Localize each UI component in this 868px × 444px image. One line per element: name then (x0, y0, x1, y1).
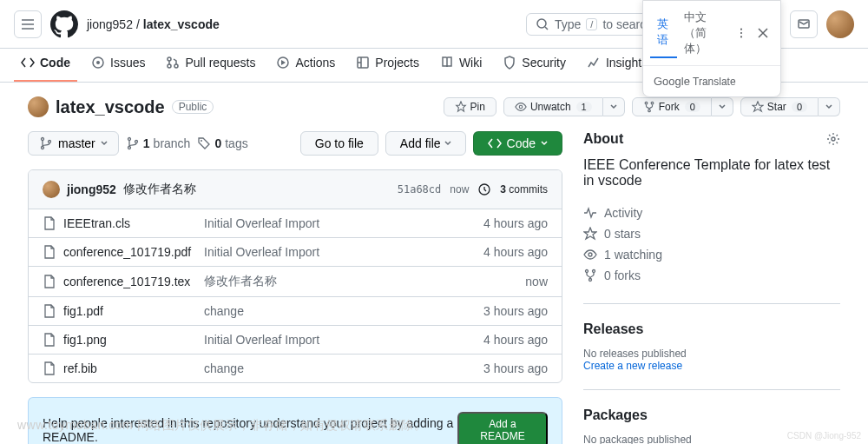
svg-point-3 (537, 19, 546, 28)
file-row[interactable]: fig1.pngInitial Overleaf Import4 hours a… (29, 326, 562, 355)
stars-link[interactable]: 0 stars (583, 223, 840, 244)
fork-button[interactable]: Fork0 (632, 97, 712, 116)
svg-point-26 (135, 141, 137, 143)
file-commit-msg[interactable]: Initial Overleaf Import (204, 333, 483, 347)
tab-security[interactable]: Security (496, 49, 573, 82)
file-name[interactable]: fig1.pdf (56, 304, 204, 318)
about-title: About (583, 131, 623, 147)
about-description: IEEE Conference Template for latex test … (583, 157, 840, 189)
branch-select[interactable]: master (28, 131, 119, 156)
unwatch-button[interactable]: Unwatch1 (503, 97, 603, 116)
svg-point-33 (593, 270, 595, 273)
owner-link[interactable]: jiong952 (87, 17, 133, 31)
file-commit-msg[interactable]: change (204, 361, 483, 375)
svg-point-19 (645, 102, 648, 104)
file-row[interactable]: conference_101719.tex修改作者名称now (29, 267, 562, 297)
repo-link[interactable]: latex_vscode (143, 17, 220, 31)
star-button[interactable]: Star0 (740, 97, 819, 116)
watching-link[interactable]: 1 watching (583, 244, 840, 265)
commit-avatar (43, 181, 60, 198)
file-row[interactable]: IEEEtran.clsInitial Overleaf Import4 hou… (29, 209, 562, 238)
tab-issues[interactable]: Issues (84, 49, 152, 82)
activity-link[interactable]: Activity (583, 202, 840, 223)
svg-point-32 (586, 270, 589, 273)
svg-point-20 (651, 102, 654, 104)
unwatch-caret[interactable] (603, 97, 625, 116)
file-name[interactable]: conference_101719.tex (56, 275, 204, 288)
file-time: 4 hours ago (483, 333, 548, 347)
add-readme-button[interactable]: Add a README (457, 412, 548, 444)
tab-actions[interactable]: Actions (269, 49, 342, 82)
star-caret[interactable] (819, 97, 840, 116)
file-commit-msg[interactable]: 修改作者名称 (204, 274, 525, 289)
svg-point-28 (201, 140, 202, 142)
file-name[interactable]: conference_101719.pdf (56, 245, 204, 259)
svg-point-5 (729, 23, 733, 26)
visibility-badge: Public (172, 100, 214, 114)
tab-pulls[interactable]: Pull requests (159, 49, 262, 82)
pin-button[interactable]: Pin (444, 97, 496, 116)
menu-button[interactable] (14, 10, 42, 38)
svg-point-21 (648, 109, 650, 112)
breadcrumb: jiong952 / latex_vscode (87, 17, 220, 31)
forks-link[interactable]: 0 forks (583, 265, 840, 286)
code-button[interactable]: Code (473, 131, 562, 156)
file-row[interactable]: fig1.pdfchange3 hours ago (29, 297, 562, 326)
file-list: jiong952 修改作者名称 51a68cd now 3 commits IE… (28, 169, 562, 383)
tab-wiki[interactable]: Wiki (433, 49, 489, 82)
repo-tabs: Code Issues Pull requests Actions Projec… (0, 49, 868, 83)
file-time: 3 hours ago (483, 361, 548, 375)
tab-insights[interactable]: Insights (580, 49, 654, 82)
svg-point-30 (832, 137, 835, 141)
commit-message: 修改作者名称 (123, 182, 196, 197)
repo-avatar (28, 96, 49, 117)
svg-point-14 (174, 64, 178, 68)
svg-point-17 (674, 61, 677, 64)
file-name[interactable]: fig1.png (56, 333, 204, 347)
create-release-link[interactable]: Create a new release (583, 360, 840, 372)
add-file-button[interactable]: Add file (385, 131, 466, 156)
file-row[interactable]: conference_101719.pdfInitial Overleaf Im… (29, 238, 562, 267)
svg-point-13 (168, 64, 171, 68)
file-row[interactable]: ref.bibchange3 hours ago (29, 355, 562, 382)
svg-point-18 (519, 105, 523, 109)
svg-point-12 (168, 57, 171, 61)
issues-button[interactable] (717, 10, 745, 38)
svg-point-24 (42, 147, 44, 149)
tab-code[interactable]: Code (14, 49, 77, 82)
svg-point-34 (589, 279, 592, 282)
svg-point-7 (762, 26, 766, 30)
goto-file-button[interactable]: Go to file (300, 131, 378, 156)
tags-link[interactable]: 0tags (197, 136, 247, 150)
svg-point-6 (762, 19, 766, 23)
file-name[interactable]: IEEEtran.cls (56, 216, 204, 230)
svg-point-11 (96, 61, 100, 64)
gear-icon[interactable] (826, 132, 840, 146)
file-commit-msg[interactable]: change (204, 304, 483, 318)
search-input[interactable]: Type / to search (526, 13, 665, 36)
packages-title: Packages (583, 408, 840, 423)
topbar: jiong952 / latex_vscode Type / to search (0, 0, 868, 49)
avatar[interactable] (826, 10, 854, 38)
file-name[interactable]: ref.bib (56, 361, 204, 375)
fork-caret[interactable] (712, 97, 733, 116)
repo-name: latex_vscode (56, 97, 165, 117)
file-time: 4 hours ago (483, 216, 548, 230)
commit-time: now (450, 183, 469, 195)
svg-point-22 (42, 138, 44, 141)
github-logo-icon[interactable] (50, 10, 78, 38)
file-commit-msg[interactable]: Initial Overleaf Import (204, 216, 483, 230)
file-time: 3 hours ago (483, 304, 548, 318)
file-time: now (525, 275, 548, 288)
file-commit-msg[interactable]: Initial Overleaf Import (204, 245, 483, 259)
notifications-button[interactable] (790, 10, 818, 38)
create-button[interactable] (674, 10, 708, 38)
tab-projects[interactable]: Projects (349, 49, 426, 82)
branches-link[interactable]: 1branch (126, 136, 191, 150)
tab-settings[interactable]: Settings (661, 49, 739, 82)
pull-requests-button[interactable] (753, 10, 781, 38)
watermark2: CSDN @Jiong-952 (787, 431, 861, 441)
commit-hash[interactable]: 51a68cd (398, 183, 442, 195)
svg-point-31 (589, 253, 592, 256)
latest-commit[interactable]: jiong952 修改作者名称 51a68cd now 3 commits (29, 170, 562, 209)
